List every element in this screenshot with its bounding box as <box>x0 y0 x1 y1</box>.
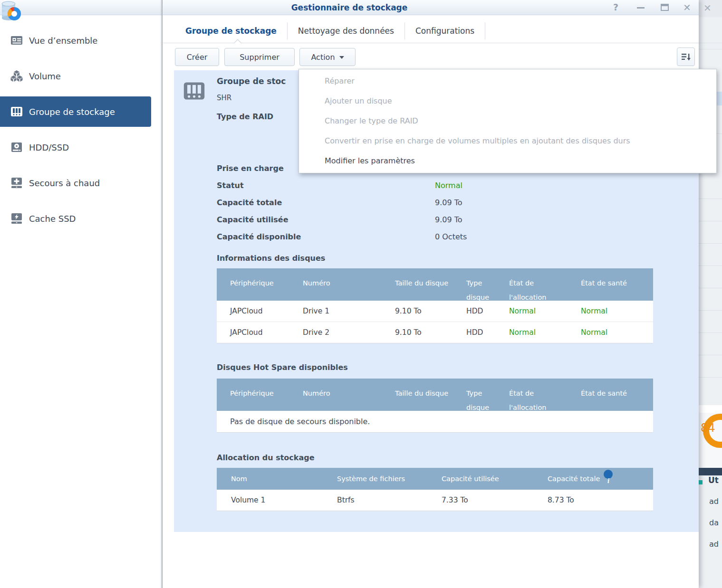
tab-configurations[interactable]: Configurations <box>405 19 485 43</box>
background-close-icon[interactable]: ✕ <box>703 2 712 14</box>
tab-groupe-de-stockage[interactable]: Groupe de stockage <box>175 19 287 43</box>
column-header: Taille du disque <box>395 268 466 304</box>
background-card-edge <box>699 405 722 413</box>
column-header: Type disque <box>466 268 509 304</box>
tab-label: Configurations <box>415 26 474 36</box>
raid-type-label: Type de RAID <box>217 112 273 121</box>
sidebar-item-label: Groupe de stockage <box>29 107 115 117</box>
sort-list-icon <box>681 52 691 62</box>
usage-gauge: 84 <box>699 413 722 468</box>
divider <box>699 221 722 221</box>
cell: JAPCloud <box>230 301 303 322</box>
tab-separator <box>485 22 485 39</box>
sidebar-divider <box>160 0 163 588</box>
overview-icon <box>10 34 23 47</box>
divider <box>699 49 722 49</box>
pool-raid-mode: SHR <box>217 94 231 102</box>
detail-label: Capacité utilisée <box>217 215 289 224</box>
cell: 9.10 To <box>395 301 466 322</box>
tab-bar: Groupe de stockage Nettoyage des données… <box>163 19 699 43</box>
volume-row[interactable]: Volume 1 Btrfs 7.33 To 8.73 To <box>217 490 653 511</box>
hot-spare-icon <box>10 177 23 189</box>
detail-row: Capacité totale 9.09 To <box>217 198 683 215</box>
table-header-row: Périphérique Numéro Taille du disque Typ… <box>217 268 653 301</box>
sort-button[interactable] <box>677 47 695 66</box>
table-header-row: Nom Système de fichiers Capacité utilisé… <box>217 468 653 490</box>
disk-row[interactable]: JAPCloud Drive 1 9.10 To HDD Normal Norm… <box>217 301 653 322</box>
status-cell: Normal <box>509 322 581 343</box>
detail-label: Statut <box>217 181 244 190</box>
allocation-title: Allocation du stockage <box>217 453 315 462</box>
detail-row: Capacité disponible 0 Octets <box>217 232 683 249</box>
minimize-icon[interactable] <box>637 7 645 9</box>
sidebar-item-secours-a-chaud[interactable]: Secours à chaud <box>0 168 151 198</box>
column-header: Type disque <box>466 379 509 415</box>
sidebar-item-groupe-de-stockage[interactable]: Groupe de stockage <box>0 96 151 127</box>
create-button[interactable]: Créer <box>175 48 219 66</box>
cell: Volume 1 <box>231 490 337 511</box>
sidebar-item-label: Vue d’ensemble <box>29 36 97 46</box>
status-cell: Normal <box>581 322 653 343</box>
detail-value: 9.09 To <box>435 215 462 224</box>
column-header: État de santé <box>581 379 653 415</box>
background-list-title: Ut <box>708 475 719 485</box>
disk-row[interactable]: JAPCloud Drive 2 9.10 To HDD Normal Norm… <box>217 322 653 343</box>
desktop: ✕ 84 Ut ad da ad Gestionnaire de stockag… <box>0 0 722 588</box>
detail-value: 9.09 To <box>435 198 462 207</box>
detail-row: Capacité utilisée 9.09 To <box>217 215 683 232</box>
cell: HDD <box>466 301 509 322</box>
divider <box>699 377 722 378</box>
action-menu: Réparer Ajouter un disque Changer le typ… <box>298 69 717 173</box>
menu-item-changer-le-type-de-raid[interactable]: Changer le type de RAID <box>299 111 716 131</box>
column-header: Périphérique <box>230 379 303 415</box>
storage-manager-app-icon <box>1 0 22 22</box>
help-icon[interactable]: ? <box>613 2 618 12</box>
sidebar-item-label: Volume <box>29 71 61 81</box>
table-header-row: Périphérique Numéro Taille du disque Typ… <box>217 379 653 411</box>
detail-label: Capacité totale <box>217 198 282 207</box>
background-section-bar <box>699 468 722 475</box>
legend-dot-icon <box>699 480 703 484</box>
column-header: Système de fichiers <box>337 468 442 490</box>
tab-label: Nettoyage des données <box>298 26 394 36</box>
cell: Drive 2 <box>303 322 395 343</box>
storage-pool-icon <box>183 80 205 102</box>
status-value: Normal <box>435 181 462 190</box>
divider <box>699 310 722 311</box>
close-icon[interactable]: ✕ <box>683 2 691 13</box>
info-icon[interactable]: i <box>604 470 613 479</box>
divider <box>699 332 722 333</box>
action-button-label: Action <box>311 53 335 62</box>
sidebar-item-vue-densemble[interactable]: Vue d’ensemble <box>0 25 151 56</box>
tab-nettoyage-des-donnees[interactable]: Nettoyage des données <box>288 19 404 43</box>
caret-down-icon <box>339 56 344 59</box>
sidebar-item-hdd-ssd[interactable]: HDD/SSD <box>0 132 151 162</box>
ssd-cache-icon <box>10 212 23 225</box>
cell: Drive 1 <box>303 301 395 322</box>
column-header: Capacité totalei <box>548 468 653 490</box>
column-header: Nom <box>231 468 337 490</box>
titlebar[interactable]: Gestionnaire de stockage ? ✕ <box>0 0 699 15</box>
status-cell: Normal <box>509 301 581 322</box>
column-header: Numéro <box>303 379 395 415</box>
menu-item-reparer[interactable]: Réparer <box>299 71 716 91</box>
divider <box>699 43 722 43</box>
maximize-icon[interactable] <box>661 4 669 11</box>
action-button[interactable]: Action <box>299 48 356 66</box>
hot-spare-table: Périphérique Numéro Taille du disque Typ… <box>217 379 653 433</box>
sidebar-item-cache-ssd[interactable]: Cache SSD <box>0 203 151 234</box>
menu-item-convertir-volumes-multiples[interactable]: Convertir en prise en charge de volumes … <box>299 131 716 151</box>
detail-row: Statut Normal <box>217 181 683 198</box>
column-header: État de l'allocation <box>509 379 581 415</box>
sidebar-item-volume[interactable]: Volume <box>0 61 151 91</box>
pool-title: Groupe de stoc <box>217 76 286 86</box>
hot-spare-title: Disques Hot Spare disponibles <box>217 363 348 372</box>
delete-button[interactable]: Supprimer <box>224 48 295 66</box>
sidebar-item-label: Cache SSD <box>29 214 76 224</box>
divider <box>699 199 722 199</box>
menu-item-ajouter-un-disque[interactable]: Ajouter un disque <box>299 91 716 111</box>
allocation-table: Nom Système de fichiers Capacité utilisé… <box>217 468 653 511</box>
column-header: Taille du disque <box>395 379 466 415</box>
menu-item-modifier-les-parametres[interactable]: Modifier les paramètres <box>299 151 716 171</box>
gauge-value: 84 <box>701 421 715 435</box>
